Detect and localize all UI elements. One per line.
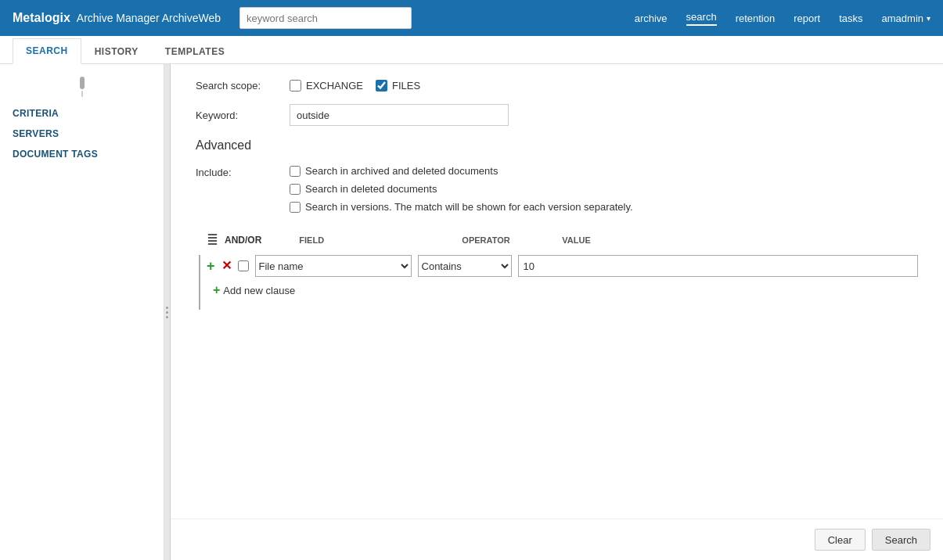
handle-dots bbox=[166, 307, 168, 318]
tab-bar: SEARCH HISTORY TEMPLATES bbox=[0, 36, 943, 64]
clause-content: ≣ AND/OR FIELD OPERATOR VALUE + ✕ File n… bbox=[207, 232, 918, 297]
sidebar-item-servers[interactable]: SERVERS bbox=[0, 124, 164, 144]
include-versions-checkbox[interactable] bbox=[290, 202, 301, 213]
clause-operator-select[interactable]: Contains Equals Starts with Ends with bbox=[418, 255, 512, 277]
include-option-2-label: Search in deleted documents bbox=[305, 183, 437, 195]
include-options: Search in archived and deleted documents… bbox=[290, 165, 633, 213]
files-checkbox-group[interactable]: FILES bbox=[376, 80, 420, 92]
include-option-3[interactable]: Search in versions. The match will be sh… bbox=[290, 201, 633, 213]
files-checkbox[interactable] bbox=[376, 80, 387, 92]
clause-row-checkbox[interactable] bbox=[238, 260, 249, 271]
amadmin-dropdown-icon: ▾ bbox=[927, 14, 930, 23]
field-col-label: FIELD bbox=[299, 235, 455, 245]
andor-label: AND/OR bbox=[225, 235, 261, 246]
search-button[interactable]: Search bbox=[872, 529, 930, 551]
clause-column-headers: ≣ AND/OR FIELD OPERATOR VALUE bbox=[207, 232, 918, 249]
handle-dot bbox=[166, 311, 168, 314]
exchange-checkbox[interactable] bbox=[290, 80, 301, 92]
andor-icon: ≣ bbox=[207, 232, 218, 249]
footer-buttons: Clear Search bbox=[171, 519, 943, 560]
include-label: Include: bbox=[196, 165, 290, 178]
tab-templates[interactable]: TEMPLATES bbox=[152, 39, 238, 63]
main-area: CRITERIA SERVERS DOCUMENT TAGS Search sc… bbox=[0, 64, 943, 560]
brand-subtitle: Archive Manager ArchiveWeb bbox=[77, 12, 221, 24]
tab-history[interactable]: HISTORY bbox=[81, 39, 152, 63]
include-deleted-checkbox[interactable] bbox=[290, 184, 301, 195]
global-search-box[interactable] bbox=[239, 7, 412, 29]
exchange-label: EXCHANGE bbox=[306, 80, 363, 92]
header: Metalogix Archive Manager ArchiveWeb arc… bbox=[0, 0, 943, 36]
brand: Metalogix Archive Manager ArchiveWeb bbox=[13, 11, 221, 25]
nav-amadmin[interactable]: amadmin ▾ bbox=[882, 13, 930, 24]
sidebar: CRITERIA SERVERS DOCUMENT TAGS bbox=[0, 64, 164, 560]
exchange-checkbox-group[interactable]: EXCHANGE bbox=[290, 80, 363, 92]
include-archived-deleted-checkbox[interactable] bbox=[290, 166, 301, 177]
advanced-title: Advanced bbox=[196, 138, 918, 153]
add-new-clause-icon: + bbox=[213, 283, 220, 297]
clause-vline bbox=[199, 255, 200, 310]
sidebar-item-criteria[interactable]: CRITERIA bbox=[0, 103, 164, 124]
clause-field-select[interactable]: File name Subject From To Date Size bbox=[255, 255, 412, 277]
nav-report[interactable]: report bbox=[794, 13, 820, 24]
clause-row: + ✕ File name Subject From To Date Size … bbox=[207, 255, 918, 277]
handle-dot bbox=[166, 307, 168, 309]
resize-handle[interactable] bbox=[164, 64, 171, 560]
include-row: Include: Search in archived and deleted … bbox=[196, 165, 918, 213]
nav-tasks[interactable]: tasks bbox=[839, 13, 862, 24]
content-area: Search scope: EXCHANGE FILES Keyword: Ad… bbox=[171, 64, 943, 560]
include-option-2[interactable]: Search in deleted documents bbox=[290, 183, 633, 195]
clause-builder: ≣ AND/OR FIELD OPERATOR VALUE + ✕ File n… bbox=[196, 232, 918, 310]
include-option-1[interactable]: Search in archived and deleted documents bbox=[290, 165, 633, 177]
nav-retention[interactable]: retention bbox=[736, 13, 776, 24]
search-scope-controls: EXCHANGE FILES bbox=[290, 80, 420, 92]
remove-clause-button[interactable]: ✕ bbox=[221, 260, 232, 272]
main-nav: archive search retention report tasks am… bbox=[635, 11, 930, 26]
search-scope-label: Search scope: bbox=[196, 80, 290, 92]
brand-metalogix: Metalogix bbox=[13, 11, 70, 25]
keyword-label: Keyword: bbox=[196, 109, 290, 121]
sidebar-item-document-tags[interactable]: DOCUMENT TAGS bbox=[0, 144, 164, 164]
clause-value-input[interactable] bbox=[518, 255, 918, 277]
include-option-3-label: Search in versions. The match will be sh… bbox=[305, 201, 633, 213]
include-option-1-label: Search in archived and deleted documents bbox=[305, 165, 498, 177]
nav-search[interactable]: search bbox=[686, 11, 717, 26]
value-col-label: VALUE bbox=[562, 235, 590, 245]
add-clause-button[interactable]: + bbox=[207, 259, 215, 273]
nav-archive[interactable]: archive bbox=[635, 13, 668, 24]
add-new-clause-label: Add new clause bbox=[223, 285, 295, 296]
clear-button[interactable]: Clear bbox=[815, 529, 866, 551]
operator-col-label: OPERATOR bbox=[462, 235, 556, 245]
global-search-input[interactable] bbox=[239, 7, 412, 29]
search-scope-row: Search scope: EXCHANGE FILES bbox=[196, 80, 918, 92]
handle-dot bbox=[166, 316, 168, 318]
clause-left-bar bbox=[196, 232, 203, 310]
files-label: FILES bbox=[392, 80, 420, 92]
add-new-clause-row[interactable]: + Add new clause bbox=[207, 283, 918, 297]
tab-search[interactable]: SEARCH bbox=[13, 38, 81, 64]
keyword-row: Keyword: bbox=[196, 104, 918, 126]
keyword-input[interactable] bbox=[290, 104, 509, 126]
